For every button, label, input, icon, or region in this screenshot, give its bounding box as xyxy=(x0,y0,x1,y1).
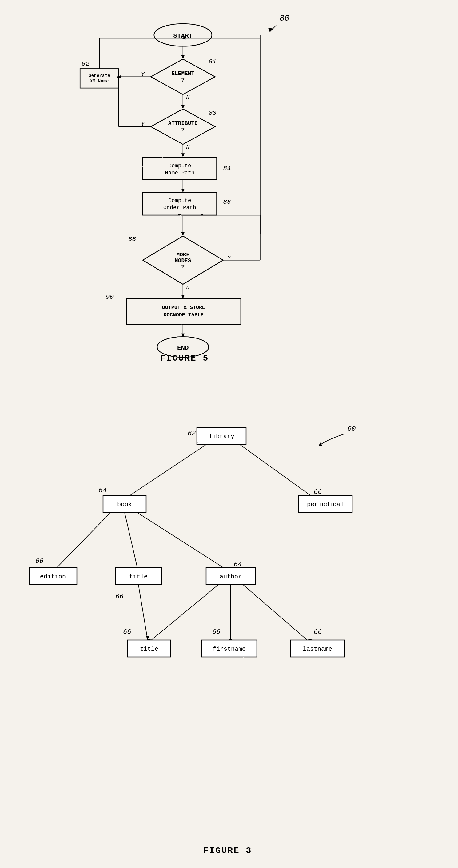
library-label: library xyxy=(208,433,234,440)
book-label: book xyxy=(117,501,132,508)
label-64a: 64 xyxy=(98,487,106,494)
svg-marker-27 xyxy=(182,295,185,299)
attribute-q: ? xyxy=(181,127,185,133)
label-90: 90 xyxy=(106,293,113,301)
label-86: 86 xyxy=(223,199,231,206)
label-82: 82 xyxy=(81,60,89,67)
svg-marker-10 xyxy=(182,105,185,109)
figure5-svg: 80 START 81 ELEMENT ? Y 82 xyxy=(46,9,323,363)
compute-name-path-label: Compute xyxy=(168,163,191,169)
figure3-container: 60 62 library 64 book 66 perio xyxy=(15,394,440,856)
svg-line-41 xyxy=(138,585,148,640)
label-66a: 66 xyxy=(314,488,322,496)
label-81: 81 xyxy=(208,58,216,65)
svg-line-31 xyxy=(123,445,206,500)
output-store-label: OUTPUT & STORE xyxy=(162,305,205,310)
attribute-label: ATTRIBUTE xyxy=(168,120,198,126)
svg-line-37 xyxy=(125,512,138,572)
svg-line-47 xyxy=(243,585,310,643)
author-label: author xyxy=(220,573,242,580)
output-store-label2: DOCNODE_TABLE xyxy=(164,312,204,318)
n-label-1: N xyxy=(186,94,190,101)
generate-xmlname-node xyxy=(80,69,119,88)
edition-label: edition xyxy=(40,573,66,580)
output-store-node xyxy=(127,299,241,324)
svg-line-39 xyxy=(137,512,231,572)
svg-marker-23 xyxy=(182,232,185,236)
compute-order-path-node xyxy=(143,193,217,215)
figure5-title: FIGURE 5 xyxy=(160,353,209,363)
svg-marker-17 xyxy=(182,189,185,193)
book-title-label: title xyxy=(129,573,148,580)
label-62: 62 xyxy=(188,430,196,438)
compute-order-path-label: Compute xyxy=(168,197,191,204)
lastname-label: lastname xyxy=(303,646,332,653)
n-label-3: N xyxy=(186,284,190,291)
end-label: END xyxy=(177,344,189,351)
more-nodes-q: ? xyxy=(181,264,185,270)
compute-order-path-label2: Order Path xyxy=(163,205,196,211)
more-nodes-label2: NODES xyxy=(175,257,191,264)
page: 80 START 81 ELEMENT ? Y 82 xyxy=(0,0,458,868)
figure3-title: FIGURE 3 xyxy=(203,846,252,856)
svg-marker-15 xyxy=(182,153,185,157)
label-80: 80 xyxy=(279,13,289,23)
label-66e: 66 xyxy=(212,628,220,636)
figure5-container: 80 START 81 ELEMENT ? Y 82 xyxy=(46,9,323,363)
label-66c: 66 xyxy=(116,593,123,600)
n-label-2: N xyxy=(186,144,190,151)
svg-line-33 xyxy=(240,445,317,500)
generate-xmlname-label: Generate xyxy=(89,73,110,78)
figure3-svg: 60 62 library 64 book 66 perio xyxy=(15,394,440,825)
svg-marker-30 xyxy=(318,442,322,446)
label-66f: 66 xyxy=(314,628,322,636)
element-label: ELEMENT xyxy=(171,70,194,76)
firstname-label: firstname xyxy=(212,646,246,653)
periodical-label: periodical xyxy=(307,501,344,508)
label-66d: 66 xyxy=(123,628,131,636)
label-64b: 64 xyxy=(234,561,242,568)
generate-xmlname-label2: XMLName xyxy=(90,79,108,84)
element-q: ? xyxy=(181,77,185,83)
label-83: 83 xyxy=(208,110,216,117)
svg-line-35 xyxy=(52,512,111,572)
label-84: 84 xyxy=(223,165,231,172)
more-nodes-label: MORE xyxy=(176,252,190,258)
svg-line-43 xyxy=(148,585,218,643)
label-66b: 66 xyxy=(35,558,43,565)
author-title-label: title xyxy=(140,646,158,653)
label-60: 60 xyxy=(348,425,356,433)
svg-marker-3 xyxy=(182,55,185,59)
compute-name-path-label2: Name Path xyxy=(165,170,194,176)
label-88: 88 xyxy=(128,236,136,243)
